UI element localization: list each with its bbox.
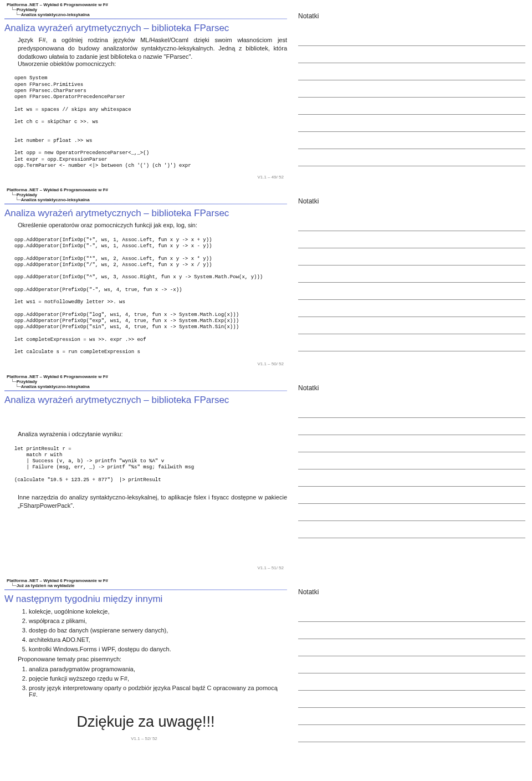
slide-title: Analiza wyrażeń arytmetycznych – bibliot… — [4, 208, 287, 219]
notes-column: Notatki — [293, 187, 525, 366]
note-line — [298, 522, 525, 538]
notes-label: Notatki — [298, 588, 525, 596]
slide-left: Platforma .NET – Wykład 6 Programowanie … — [4, 578, 293, 743]
note-line — [298, 64, 525, 80]
notes-column: Notatki — [293, 374, 525, 570]
note-line — [298, 301, 525, 317]
slide-52: Platforma .NET – Wykład 6 Programowanie … — [0, 576, 532, 749]
note-line — [298, 133, 525, 149]
header-divider — [4, 203, 287, 205]
notes-label: Notatki — [298, 197, 525, 205]
thanks-text: Dziękuje za uwagę!!! — [4, 713, 287, 731]
note-line — [298, 402, 525, 418]
slide-left: Platforma .NET – Wykład 6 Programowanie … — [4, 187, 293, 366]
slide-footer: V1.1 – 50/ 52 — [4, 361, 287, 366]
code-block: opp.AddOperator(InfixOp("+", ws, 1, Asso… — [14, 237, 287, 356]
list-item: kolekcje, uogólnione kolekcje, — [29, 608, 287, 615]
note-line — [298, 215, 525, 231]
note-line — [298, 471, 525, 487]
crumb-sub1: └─Przykłady — [7, 7, 285, 12]
list-item: współpraca z plikami, — [29, 617, 287, 624]
note-line — [298, 623, 525, 639]
crumb-top: Platforma .NET – Wykład 6 Programowanie … — [7, 374, 285, 379]
slide-title: Analiza wyrażeń arytmetycznych – bibliot… — [4, 395, 287, 406]
slide-51: Platforma .NET – Wykład 6 Programowanie … — [0, 372, 532, 576]
slide-paragraph: Analiza wyrażenia i odczytanie wyniku: — [4, 430, 287, 438]
note-line — [298, 419, 525, 435]
breadcrumb: Platforma .NET – Wykład 6 Programowanie … — [4, 187, 287, 202]
notes-column: Notatki — [293, 578, 525, 743]
subheading: Proponowane tematy prac pisemnych: — [4, 656, 287, 662]
note-line — [298, 640, 525, 656]
crumb-sub1: └─Przykłady — [7, 379, 285, 384]
note-line — [298, 675, 525, 691]
note-line — [298, 606, 525, 622]
slide-footer: V1.1 – 49/ 52 — [4, 175, 287, 180]
slide-49: Platforma .NET – Wykład 6 Programowanie … — [0, 0, 532, 185]
note-line — [298, 116, 525, 132]
note-line — [298, 318, 525, 334]
notes-label: Notatki — [298, 12, 525, 20]
note-line — [298, 30, 525, 46]
note-line — [298, 232, 525, 248]
list-item: pojęcie funkcji wyższego rzędu w F#, — [29, 675, 287, 682]
note-line — [298, 505, 525, 521]
notes-column: Notatki — [293, 2, 525, 180]
slide-50: Platforma .NET – Wykład 6 Programowanie … — [0, 185, 532, 372]
note-line — [298, 335, 525, 351]
code-block: open System open FParsec.Primitives open… — [14, 75, 287, 169]
slide-paragraph2: Utworzenie obiektów pomocniczych: — [4, 60, 287, 68]
note-line — [298, 249, 525, 266]
slide-title: Analiza wyrażeń arytmetycznych – bibliot… — [4, 23, 287, 34]
crumb-sub1-alt: └─Już za tydzień na wykładzie — [7, 583, 285, 588]
slide-paragraph: Język F#, a ogólniej rodzina języków ML/… — [4, 36, 287, 61]
breadcrumb: Platforma .NET – Wykład 6 Programowanie … — [4, 374, 287, 389]
list-item: analiza paradygmatów programowania, — [29, 666, 287, 672]
note-line — [298, 284, 525, 300]
crumb-top: Platforma .NET – Wykład 6 Programowanie … — [7, 578, 285, 583]
slide-footer: V1.1 – 51/ 52 — [4, 565, 287, 570]
slide-paragraph: Określenie operatorów oraz pomocniczych … — [4, 221, 287, 229]
list-item: prosty język interpretowany oparty o pod… — [29, 685, 287, 698]
note-line — [298, 726, 525, 742]
breadcrumb: Platforma .NET – Wykład 6 Programowanie … — [4, 2, 287, 17]
code-block: let printResult r = match r with | Succe… — [14, 446, 287, 484]
note-line — [298, 99, 525, 115]
crumb-top: Platforma .NET – Wykład 6 Programowanie … — [7, 2, 285, 7]
header-divider — [4, 390, 287, 391]
note-line — [298, 267, 525, 283]
list-item: kontrolki Windows.Forms i WPF, dostępu d… — [29, 646, 287, 652]
note-line — [298, 47, 525, 63]
slide-footer: V1.1 – 52/ 52 — [4, 736, 287, 741]
list-item: architektura ADO.NET, — [29, 636, 287, 643]
ordered-list-2: analiza paradygmatów programowania,pojęc… — [4, 666, 287, 698]
crumb-top: Platforma .NET – Wykład 6 Programowanie … — [7, 187, 285, 192]
note-line — [298, 453, 525, 469]
ordered-list-1: kolekcje, uogólnione kolekcje,współpraca… — [4, 608, 287, 652]
slide-left: Platforma .NET – Wykład 6 Programowanie … — [4, 2, 293, 180]
note-line — [298, 657, 525, 673]
note-line — [298, 150, 525, 166]
slide-paragraph2: Inne narzędzia do analizy syntaktyczno-l… — [4, 493, 287, 510]
note-line — [298, 81, 525, 98]
header-divider — [4, 589, 287, 590]
breadcrumb: Platforma .NET – Wykład 6 Programowanie … — [4, 578, 287, 588]
crumb-sub2: └─Analiza syntaktyczno-leksykalna — [7, 197, 285, 202]
slide-title: W następnym tygodniu między innymi — [4, 594, 287, 605]
note-line — [298, 692, 525, 708]
crumb-sub1: └─Przykłady — [7, 192, 285, 197]
crumb-sub2: └─Analiza syntaktyczno-leksykalna — [7, 12, 285, 17]
note-line — [298, 488, 525, 504]
note-line — [298, 436, 525, 452]
slide-left: Platforma .NET – Wykład 6 Programowanie … — [4, 374, 293, 570]
header-divider — [4, 18, 287, 19]
note-line — [298, 709, 525, 725]
list-item: dostęp do baz danych (wspierane serwery … — [29, 627, 287, 634]
notes-label: Notatki — [298, 384, 525, 392]
crumb-sub2: └─Analiza syntaktyczno-leksykalna — [7, 384, 285, 389]
